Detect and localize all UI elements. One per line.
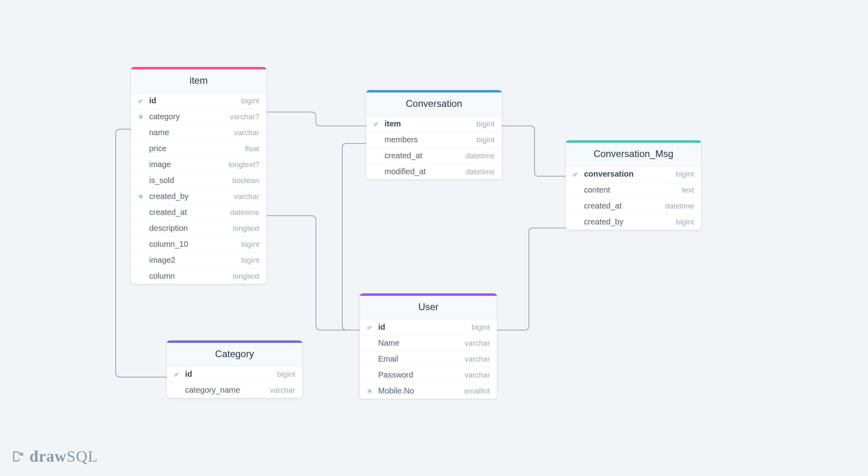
svg-point-5 — [20, 453, 23, 455]
column-row[interactable]: created_atdatetime — [131, 204, 266, 220]
svg-point-3 — [368, 327, 370, 329]
key-icon — [571, 171, 580, 177]
column-row[interactable]: created_atdatetime — [366, 148, 502, 163]
column-row[interactable]: pricefloat — [131, 140, 266, 156]
column-row[interactable]: columnlongtext — [131, 268, 266, 284]
column-row[interactable]: Passwordvarchar — [360, 367, 497, 383]
key-icon — [136, 98, 145, 104]
column-row[interactable]: idbigint — [167, 366, 302, 382]
table-title: Category — [167, 343, 302, 366]
table-conversation-msg[interactable]: Conversation_Msg conversationbigint cont… — [566, 140, 701, 230]
key-icon — [172, 371, 181, 378]
svg-point-2 — [574, 174, 576, 176]
svg-point-1 — [374, 124, 376, 126]
column-row[interactable]: membersbigint — [366, 132, 502, 148]
column-row[interactable]: namevarchar — [131, 124, 266, 140]
logo-text-2: SQL — [67, 447, 98, 465]
table-category[interactable]: Category idbigint category_namevarchar — [167, 340, 302, 398]
column-row[interactable]: itembigint — [366, 116, 502, 132]
column-row[interactable]: category_namevarchar — [167, 382, 302, 398]
column-row[interactable]: descriptionlongtext — [131, 220, 266, 236]
snowflake-icon — [136, 114, 145, 120]
column-row[interactable]: created_bybigint — [566, 214, 701, 230]
table-item[interactable]: item idbigint categoryvarchar? namevarch… — [131, 67, 266, 284]
svg-point-0 — [139, 100, 141, 102]
canvas[interactable]: item idbigint categoryvarchar? namevarch… — [0, 0, 868, 476]
logo-text-1: draw — [30, 447, 67, 465]
table-title: item — [131, 69, 266, 93]
column-row[interactable]: created_byvarchar — [131, 188, 266, 204]
key-icon — [372, 121, 381, 127]
column-row[interactable]: Mobile.Nosmallint — [360, 383, 497, 399]
snowflake-icon — [365, 388, 374, 394]
column-row[interactable]: image2bigint — [131, 252, 266, 268]
column-row[interactable]: categoryvarchar? — [131, 108, 266, 124]
column-row[interactable]: column_10bigint — [131, 236, 266, 252]
key-icon — [365, 324, 374, 330]
column-row[interactable]: imagelongtext? — [131, 156, 266, 172]
column-row[interactable]: Namevarchar — [360, 335, 497, 351]
table-user[interactable]: User idbigint Namevarchar Emailvarchar P… — [360, 293, 497, 399]
drawsql-logo: drawSQL — [12, 447, 98, 466]
table-title: Conversation — [366, 92, 502, 116]
connectors — [0, 0, 868, 476]
column-row[interactable]: created_atdatetime — [566, 198, 701, 214]
snowflake-icon — [136, 193, 145, 200]
table-title: Conversation_Msg — [566, 143, 701, 166]
column-row[interactable]: Emailvarchar — [360, 351, 497, 367]
column-row[interactable]: modified_atdatetime — [366, 163, 502, 179]
svg-point-4 — [175, 374, 177, 376]
column-row[interactable]: contenttext — [566, 182, 701, 198]
logo-icon — [12, 450, 26, 463]
table-conversation[interactable]: Conversation itembigint membersbigint cr… — [366, 90, 502, 179]
table-title: User — [360, 296, 497, 319]
column-row[interactable]: is_soldboolean — [131, 172, 266, 188]
column-row[interactable]: idbigint — [360, 319, 497, 335]
column-row[interactable]: idbigint — [131, 93, 266, 108]
column-row[interactable]: conversationbigint — [566, 166, 701, 182]
